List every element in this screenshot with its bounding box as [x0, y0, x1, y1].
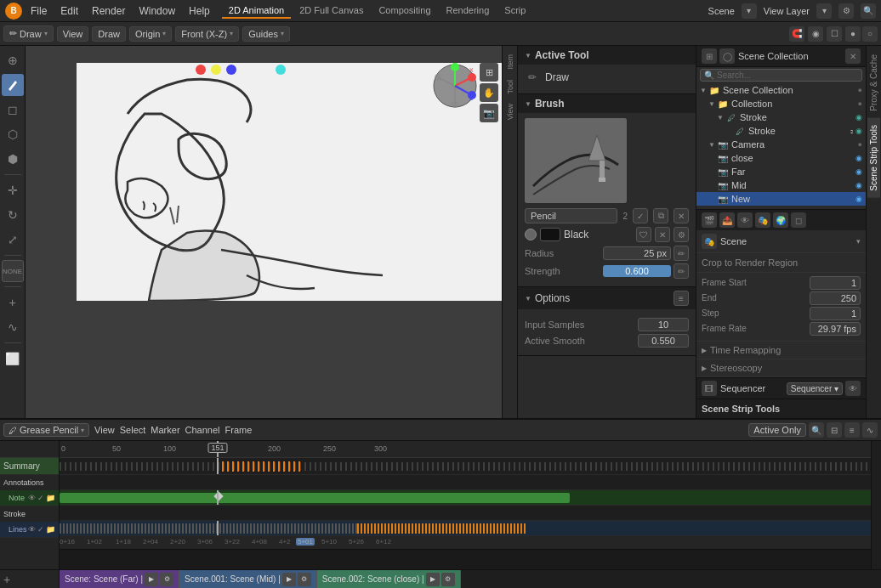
- solid-shading[interactable]: ●: [845, 26, 861, 42]
- menu-window[interactable]: Window: [134, 3, 180, 19]
- scene-dropdown[interactable]: ▾: [742, 3, 757, 19]
- input-samples-value[interactable]: 10: [638, 318, 689, 331]
- active-tool-header[interactable]: ▼ Active Tool: [518, 46, 696, 65]
- seq-filter-icon[interactable]: ⊟: [827, 422, 842, 438]
- fill-tool[interactable]: ⬡: [2, 123, 24, 145]
- strength-value[interactable]: 0.600: [603, 265, 671, 277]
- draw-tool[interactable]: [2, 74, 24, 96]
- pan-btn[interactable]: ✋: [480, 83, 498, 102]
- tree-scene-collection[interactable]: ▼ 📁 Scene Collection ●: [696, 83, 866, 97]
- tree-stroke-1[interactable]: ▼ 🖊 Stroke ◉: [696, 110, 866, 124]
- strip-add-btn[interactable]: +: [0, 570, 60, 588]
- add-tool[interactable]: +: [2, 291, 24, 314]
- frame-rate-value[interactable]: 29.97 fps: [810, 322, 861, 336]
- move-tool[interactable]: ✛: [2, 179, 24, 201]
- world-icon[interactable]: 🌍: [773, 212, 788, 228]
- erase-tool[interactable]: ◻: [2, 99, 24, 121]
- tab-2d-full-canvas[interactable]: 2D Full Canvas: [293, 3, 370, 19]
- mid-strip-btn2[interactable]: ⚙: [298, 573, 311, 586]
- render-icon[interactable]: 🎬: [702, 212, 717, 228]
- note-eye[interactable]: 👁: [28, 494, 36, 502]
- origin-dropdown[interactable]: Origin ▾: [129, 26, 172, 42]
- brush-close-btn[interactable]: ✕: [674, 208, 689, 223]
- wire-shading[interactable]: ○: [862, 26, 878, 42]
- stereo-header[interactable]: ▶ Stereoscopy: [702, 363, 861, 373]
- tab-compositing[interactable]: Compositing: [372, 3, 437, 19]
- seq-wave-icon[interactable]: ∿: [862, 422, 878, 438]
- tree-cam-close[interactable]: 📷 close ◉: [696, 151, 866, 165]
- seq-channel[interactable]: Channel: [185, 425, 220, 435]
- view-axis-dropdown[interactable]: Front (X-Z) ▾: [175, 26, 239, 42]
- tab-scripting[interactable]: Scrip: [497, 3, 532, 19]
- output-icon[interactable]: 📤: [719, 212, 735, 228]
- overlay-icon[interactable]: ◉: [808, 26, 823, 42]
- sequencer-dropdown[interactable]: Sequencer ▾: [787, 382, 843, 395]
- close-strip-btn[interactable]: ▶: [426, 573, 440, 586]
- options-header[interactable]: ▼ Options ≡: [518, 287, 696, 309]
- item-tab[interactable]: Item: [504, 49, 516, 75]
- tab-2d-animation[interactable]: 2D Animation: [222, 3, 291, 19]
- outliner-icon-2[interactable]: ◯: [719, 48, 735, 64]
- scene-strip-close[interactable]: Scene.002: Scene (close) | ▶ ⚙: [317, 570, 461, 588]
- color-shield-btn[interactable]: 🛡: [636, 227, 651, 242]
- seq-marker[interactable]: Marker: [151, 425, 179, 435]
- tab-rendering[interactable]: Rendering: [440, 3, 497, 19]
- color-swatch[interactable]: [540, 228, 560, 241]
- options-list-icon[interactable]: ≡: [674, 291, 689, 306]
- tree-cam-far[interactable]: 📷 Far ◉: [696, 165, 866, 178]
- frame-step-value[interactable]: 1: [810, 307, 861, 320]
- color-x-btn[interactable]: ✕: [655, 227, 670, 242]
- menu-help[interactable]: Help: [184, 3, 215, 19]
- scene-strip-mid[interactable]: Scene.001: Scene (Mid) | ▶ ⚙: [179, 570, 317, 588]
- menu-file[interactable]: File: [26, 3, 52, 19]
- seq-view[interactable]: View: [94, 425, 115, 435]
- tree-collection[interactable]: ▼ 📁 Collection ●: [696, 97, 866, 110]
- seq-scrollbar[interactable]: [871, 441, 881, 569]
- tree-cam-mid[interactable]: 📷 Mid ◉: [696, 178, 866, 192]
- xray-icon[interactable]: ☐: [827, 26, 842, 42]
- active-smooth-value[interactable]: 0.550: [638, 334, 689, 348]
- search-icon[interactable]: 🔍: [861, 3, 876, 19]
- cursor-tool[interactable]: ⊕: [2, 49, 24, 71]
- menu-edit[interactable]: Edit: [55, 3, 83, 19]
- radius-edit-btn[interactable]: ✏: [674, 246, 689, 261]
- snap-icon[interactable]: 🧲: [789, 26, 804, 42]
- gp-selector[interactable]: 🖊 Grease Pencil ▾: [3, 423, 89, 437]
- color-settings-btn[interactable]: ⚙: [674, 227, 689, 242]
- view-tab[interactable]: View: [504, 99, 516, 125]
- close-strip-btn2[interactable]: ⚙: [441, 573, 455, 586]
- brush-panel-header[interactable]: ▼ Brush: [518, 94, 696, 113]
- strength-edit-btn[interactable]: ✏: [674, 263, 689, 279]
- draw-btn[interactable]: Draw: [92, 26, 126, 42]
- obj-icon[interactable]: ◻: [791, 212, 806, 228]
- seq-select[interactable]: Select: [120, 425, 146, 435]
- settings-icon[interactable]: ⚙: [838, 3, 854, 19]
- outliner-search[interactable]: 🔍 Search...: [700, 69, 862, 82]
- seq-icon[interactable]: 🎞: [702, 381, 717, 396]
- seq-search-icon[interactable]: 🔍: [809, 422, 824, 438]
- seq-view-icon[interactable]: 👁: [845, 381, 861, 396]
- scene-strip-tools-tab[interactable]: Scene Strip Tools: [867, 118, 880, 198]
- brush-copy-btn[interactable]: ⧉: [653, 208, 668, 223]
- seq-frame[interactable]: Frame: [225, 425, 253, 435]
- scene-strip-far[interactable]: Scene: Scene (Far) | ▶ ⚙: [60, 570, 179, 588]
- far-strip-btn2[interactable]: ⚙: [160, 573, 173, 586]
- far-strip-btn[interactable]: ▶: [145, 573, 158, 586]
- outliner-close[interactable]: ✕: [845, 48, 861, 64]
- tree-cam-new[interactable]: 📷 New ◉: [696, 192, 866, 206]
- tool-tab[interactable]: Tool: [504, 75, 516, 99]
- scene-props-icon[interactable]: 🎭: [702, 234, 717, 249]
- lines-eye[interactable]: 👁: [28, 525, 36, 534]
- zoom-fit-btn[interactable]: ⊞: [480, 63, 498, 82]
- tree-camera[interactable]: ▼ 📷 Camera ●: [696, 138, 866, 151]
- camera-btn[interactable]: 📷: [480, 104, 498, 122]
- curve-tool[interactable]: ∿: [2, 316, 24, 338]
- mode-selector[interactable]: ✏ Draw ▾: [3, 25, 54, 42]
- none-tool[interactable]: NONE: [2, 260, 24, 282]
- outliner-icon-1[interactable]: ⊞: [702, 48, 717, 64]
- frame-end-value[interactable]: 250: [810, 291, 861, 305]
- rect-tool[interactable]: ⬜: [2, 348, 24, 370]
- radius-value[interactable]: 25 px: [603, 246, 671, 260]
- active-only-btn[interactable]: Active Only: [748, 423, 806, 437]
- tint-tool[interactable]: ⬢: [2, 148, 24, 170]
